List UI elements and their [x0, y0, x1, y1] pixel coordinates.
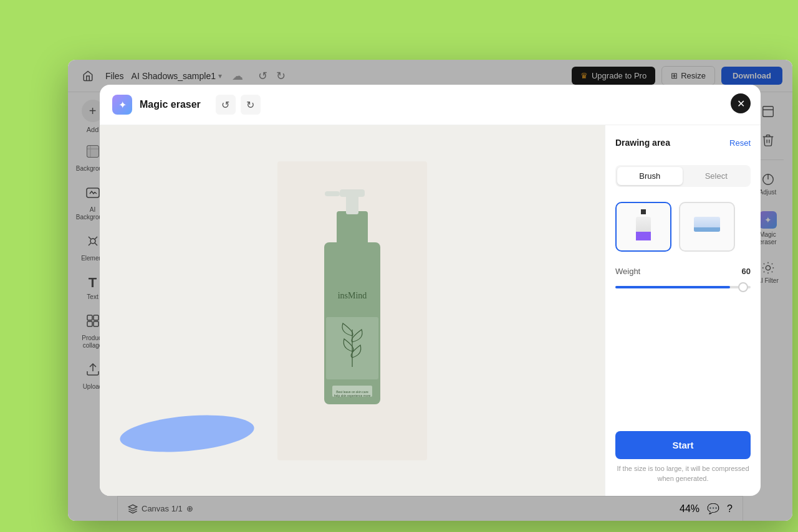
modal-header-actions: ↺ ↻: [216, 95, 261, 115]
tool-options: [615, 202, 751, 252]
eraser-body-2: [694, 203, 720, 245]
hint-text: If the size is too large, it will be com…: [615, 464, 751, 483]
modal-close-button[interactable]: ✕: [731, 93, 751, 113]
svg-rect-20: [340, 189, 365, 197]
eraser-tool-1[interactable]: [615, 202, 671, 252]
select-mode-button[interactable]: Select: [684, 167, 749, 185]
start-section: Start If the size is too large, it will …: [615, 431, 751, 483]
eraser-tool-2[interactable]: [679, 202, 735, 252]
modal-canvas[interactable]: insMind Best leave on skin care help: [100, 125, 605, 496]
slider-thumb[interactable]: [738, 282, 748, 292]
magic-eraser-modal: ✦ Magic eraser ↺ ↻ ✕: [100, 85, 761, 496]
eraser-tip: [641, 209, 646, 214]
slider-fill: [615, 286, 730, 288]
mode-toggle: Brush Select: [615, 165, 751, 187]
weight-section: Weight 60: [615, 267, 751, 293]
svg-rect-21: [325, 191, 340, 196]
modal-overlay[interactable]: ✦ Magic eraser ↺ ↻ ✕: [68, 60, 792, 521]
modal-right-panel: Drawing area Reset Brush Select: [605, 125, 761, 496]
spacer: [615, 303, 751, 421]
start-button[interactable]: Start: [615, 431, 751, 459]
svg-text:help skin experience more: help skin experience more: [334, 394, 371, 397]
app-window: Files AI Shadows_sample1 ▾ ☁ ↺ ↻ ♛ Upgra…: [68, 60, 792, 521]
modal-undo-button[interactable]: ↺: [216, 95, 236, 115]
weight-label: Weight 60: [615, 267, 751, 276]
modal-redo-button[interactable]: ↻: [241, 95, 261, 115]
weight-value: 60: [742, 267, 751, 276]
panel-section-header: Drawing area Reset: [615, 138, 751, 148]
close-icon: ✕: [737, 98, 745, 110]
modal-header: ✦ Magic eraser ↺ ↻ ✕: [100, 85, 761, 125]
svg-point-28: [118, 412, 256, 455]
drawing-area-title: Drawing area: [615, 138, 670, 148]
svg-text:insMind: insMind: [338, 291, 367, 300]
modal-title-icon: ✦: [112, 95, 132, 115]
eraser-body-1: [636, 217, 651, 240]
brush-stroke: [118, 412, 256, 455]
weight-text: Weight: [615, 267, 640, 276]
weight-slider[interactable]: [615, 281, 751, 293]
brush-mode-button[interactable]: Brush: [617, 167, 683, 185]
modal-body: insMind Best leave on skin care help: [100, 125, 761, 496]
eraser-purple-band: [636, 232, 651, 240]
reset-button[interactable]: Reset: [729, 138, 751, 148]
product-image: insMind Best leave on skin care help: [271, 155, 433, 467]
modal-title: Magic eraser: [140, 99, 201, 110]
svg-rect-18: [337, 211, 368, 249]
slider-track: [615, 286, 751, 288]
